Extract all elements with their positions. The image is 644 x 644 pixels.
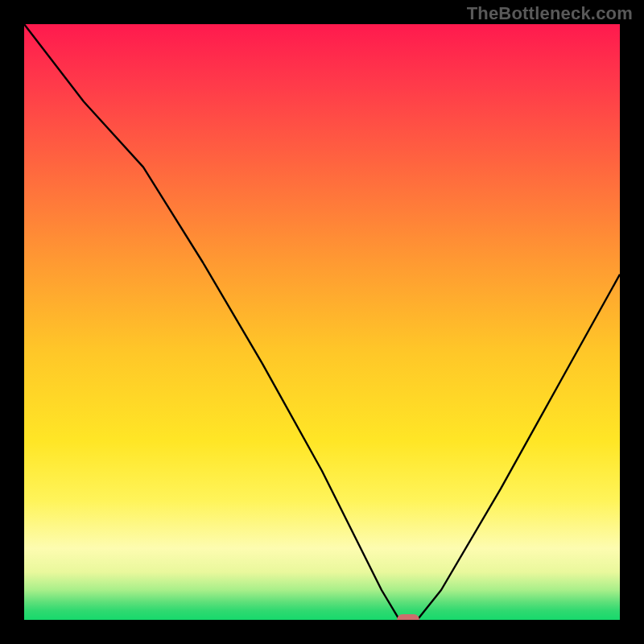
frame-bottom [0,620,644,644]
chart-container: TheBottleneck.com [0,0,644,644]
frame-left [0,0,24,644]
optimum-marker [397,614,419,620]
bottleneck-curve-path [24,24,620,620]
plot-area [24,24,620,620]
watermark-label: TheBottleneck.com [467,3,633,24]
curve-layer [24,24,620,620]
frame-right [620,0,644,644]
